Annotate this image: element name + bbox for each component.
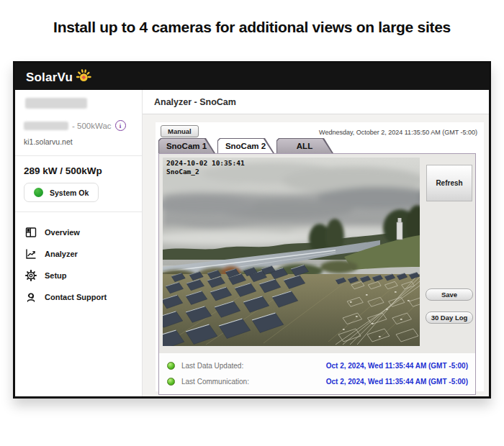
camera-controls: Refresh Save 30 Day Log [423, 154, 475, 353]
tab-all[interactable]: ALL [276, 138, 333, 153]
sidebar-item-label: Analyzer [45, 250, 78, 258]
snocam-panel: Manual Wednesday, October 2, 2024 11:35:… [156, 122, 484, 391]
status-label: Last Communication: [181, 378, 249, 386]
status-row-last-communication: Last Communication: Oct 2, 2024, Wed 11:… [167, 376, 468, 387]
tab-snocam-1[interactable]: SnoCam 1 [158, 138, 215, 153]
sidebar-item-contact-support[interactable]: Contact Support [24, 286, 133, 308]
camera-status: Last Data Updated: Oct 2, 2024, Wed 11:3… [159, 353, 475, 394]
sidebar-item-overview[interactable]: Overview [24, 222, 133, 243]
sidebar-item-label: Contact Support [45, 293, 107, 301]
logo-text: SolarVu [26, 70, 73, 85]
camera-tabs: SnoCam 1 SnoCam 2 ALL [158, 138, 482, 153]
sidebar-item-analyzer[interactable]: Analyzer [24, 243, 133, 265]
headline: Install up to 4 cameras for additional v… [0, 19, 504, 36]
gear-icon [25, 270, 37, 281]
status-row-last-data: Last Data Updated: Oct 2, 2024, Wed 11:3… [167, 360, 468, 371]
page-title: Analyzer - SnoCam [143, 90, 489, 114]
tab-label: ALL [277, 139, 332, 153]
solarvu-logo: SolarVu [26, 68, 92, 85]
camera-overlay-text: 2024-10-02 10:35:41 SnoCam_2 [166, 159, 245, 177]
status-label: System Ok [50, 188, 89, 197]
manual-button[interactable]: Manual [161, 125, 199, 137]
camera-image-area: 2024-10-02 10:35:41 SnoCam_2 [159, 154, 423, 353]
page: Install up to 4 cameras for additional v… [0, 0, 504, 446]
camera-name: SnoCam_2 [166, 168, 245, 176]
sidebar-menu: Overview Analyzer [24, 222, 133, 308]
info-icon[interactable]: i [115, 120, 126, 131]
capacity-text: - 500kWac [72, 122, 112, 130]
camera-viewer: 2024-10-02 10:35:41 SnoCam_2 Refresh Sav… [158, 153, 476, 395]
main-area: Analyzer - SnoCam Manual Wednesday, Octo… [143, 90, 489, 396]
sidebar-item-label: Setup [45, 271, 67, 280]
power-summary: 289 kW / 500kWp [24, 165, 133, 176]
sidebar-item-setup[interactable]: Setup [24, 265, 133, 286]
refresh-button[interactable]: Refresh [426, 165, 472, 201]
status-label: Last Data Updated: [181, 362, 243, 370]
site-capacity-row: - 500kWac i [24, 120, 133, 131]
camera-image [163, 158, 420, 346]
green-led-icon [167, 362, 175, 370]
camera-timestamp: 2024-10-02 10:35:41 [166, 159, 245, 168]
redacted-site-name [24, 122, 68, 130]
sun-icon [75, 68, 92, 84]
redacted-account-name [25, 98, 87, 109]
divider [15, 155, 142, 156]
support-agent-icon [25, 291, 37, 303]
tab-snocam-2[interactable]: SnoCam 2 [217, 138, 274, 153]
app-header: SolarVu [15, 63, 489, 90]
green-led-icon [167, 378, 175, 386]
site-domain: ki1.solarvu.net [24, 137, 133, 146]
sidebar-item-label: Overview [45, 228, 80, 237]
divider [15, 211, 142, 212]
status-value: Oct 2, 2024, Wed 11:35:44 AM (GMT -5:00) [326, 378, 468, 386]
overview-grid-icon [25, 227, 37, 238]
tab-label: SnoCam 1 [159, 139, 214, 153]
sidebar: - 500kWac i ki1.solarvu.net 289 kW / 500… [15, 90, 143, 396]
tab-label: SnoCam 2 [218, 139, 273, 153]
system-status-pill[interactable]: System Ok [24, 183, 99, 202]
content-area: Manual Wednesday, October 2, 2024 11:35:… [143, 114, 489, 399]
app-window: SolarVu [13, 61, 491, 399]
status-led-icon [34, 188, 43, 197]
day-log-button[interactable]: 30 Day Log [426, 311, 473, 324]
status-value: Oct 2, 2024, Wed 11:35:44 AM (GMT -5:00) [326, 362, 468, 370]
window-body: - 500kWac i ki1.solarvu.net 289 kW / 500… [15, 90, 489, 396]
current-datetime: Wednesday, October 2, 2024 11:35:50 AM (… [319, 125, 480, 136]
save-button[interactable]: Save [426, 288, 473, 301]
analyzer-chart-icon [25, 248, 37, 260]
